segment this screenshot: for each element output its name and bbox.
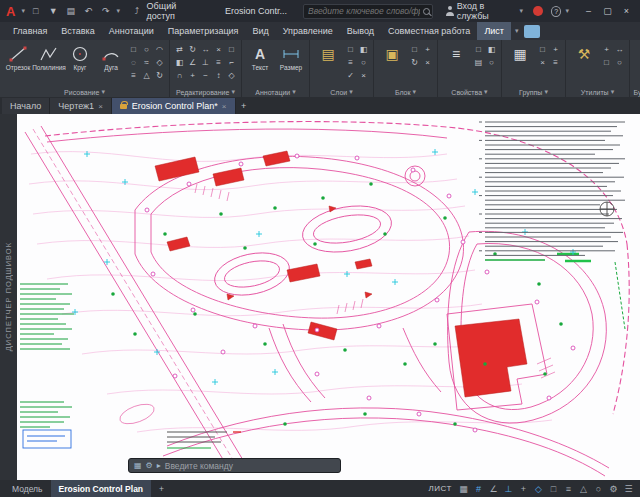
undo-icon[interactable]: ↶ <box>82 3 96 19</box>
quick-calc-icon[interactable]: ↔ <box>613 43 626 56</box>
command-line[interactable]: ▦ ⚙ ▸ Введите команду <box>128 458 341 473</box>
ribbon-tab-view[interactable]: Вид <box>245 22 275 40</box>
polyline-button[interactable]: Полилиния <box>34 41 64 87</box>
lineweight-display-icon[interactable]: ≡ <box>561 481 576 496</box>
new-layout-button[interactable]: + <box>151 480 167 497</box>
array-icon[interactable]: ≡ <box>212 56 225 69</box>
group-select-icon[interactable]: × <box>536 56 549 69</box>
panel-title-layers[interactable]: Слои ▾ <box>313 87 370 97</box>
layer-prev-icon[interactable]: × <box>357 69 370 82</box>
layout-tab-erosion-control-plan[interactable]: Erosion Control Plan <box>51 480 152 497</box>
hatch-icon[interactable]: ≡ <box>127 69 140 82</box>
redo-icon[interactable]: ↷ <box>99 3 113 19</box>
doc-tab-erosion-close-icon[interactable]: × <box>222 102 227 111</box>
lengthen-icon[interactable]: ↕ <box>212 69 225 82</box>
doc-tab-drawing1[interactable]: Чертеж1 × <box>50 98 111 114</box>
insert-block-button[interactable]: ▣ <box>377 41 407 87</box>
panel-title-modify[interactable]: Редактирование ▾ <box>173 87 238 97</box>
panel-title-draw[interactable]: Рисование ▾ <box>3 87 166 97</box>
layer-off-icon[interactable]: □ <box>344 43 357 56</box>
ribbon-tab-layout[interactable]: Лист <box>477 22 511 40</box>
minimize-button[interactable]: – <box>579 1 598 21</box>
dimension-button[interactable]: Размер <box>276 41 306 87</box>
ellipse-icon[interactable]: ○ <box>140 43 153 56</box>
block-attr-icon[interactable]: ↻ <box>408 56 421 69</box>
edit-block-icon[interactable]: + <box>421 43 434 56</box>
panel-title-annotation[interactable]: Аннотации ▾ <box>245 87 306 97</box>
ribbon-tab-collaborate[interactable]: Совместная работа <box>381 22 477 40</box>
customization-menu-icon[interactable]: ☰ <box>621 481 636 496</box>
snap-icon[interactable]: # <box>471 481 486 496</box>
match-properties-button[interactable]: ≡ <box>441 41 471 87</box>
rectangle-icon[interactable]: □ <box>127 43 140 56</box>
trim-icon[interactable]: ⊥ <box>199 56 212 69</box>
layer-match-icon[interactable]: ✓ <box>344 69 357 82</box>
group-manager-icon[interactable]: ≡ <box>549 56 562 69</box>
panel-title-groups[interactable]: Группы ▾ <box>505 87 562 97</box>
scale-icon[interactable]: + <box>186 69 199 82</box>
id-point-icon[interactable]: □ <box>600 56 613 69</box>
quick-select-icon[interactable]: + <box>600 43 613 56</box>
point-icon[interactable]: ◌ <box>127 56 140 69</box>
osnap-icon[interactable]: + <box>516 481 531 496</box>
fillet-icon[interactable]: ∠ <box>186 56 199 69</box>
color-swatch-icon[interactable]: □ <box>472 43 485 56</box>
layer-freeze-icon[interactable]: ◧ <box>357 43 370 56</box>
layer-isolate-icon[interactable]: ○ <box>357 56 370 69</box>
signin-button[interactable]: Вход в службы ▾ <box>445 1 523 21</box>
stretch-icon[interactable]: ↔ <box>199 43 212 56</box>
ribbon-tabs-caret-icon[interactable]: ▾ <box>511 22 523 40</box>
command-input[interactable]: Введите команду <box>165 461 233 471</box>
help-caret-icon[interactable]: ▾ <box>565 7 569 15</box>
create-block-icon[interactable]: □ <box>408 43 421 56</box>
drawing-canvas[interactable]: ▦ ⚙ ▸ Введите команду <box>17 114 640 480</box>
text-button[interactable]: A Текст <box>245 41 275 87</box>
block-sync-icon[interactable]: × <box>421 56 434 69</box>
measure-button[interactable]: ⚒ <box>569 41 599 87</box>
count-icon[interactable]: ○ <box>613 56 626 69</box>
sheet-set-manager-palette[interactable]: ДИСПЕТЧЕР ПОДШИВОК <box>0 114 17 480</box>
ribbon-tab-home[interactable]: Главная <box>6 22 54 40</box>
linetype-icon[interactable]: ◧ <box>485 43 498 56</box>
panel-title-block[interactable]: Блок ▾ <box>377 87 434 97</box>
panel-title-properties[interactable]: Свойства ▾ <box>441 87 498 97</box>
spline-icon[interactable]: ≈ <box>140 56 153 69</box>
doc-tab-erosion-control-plan[interactable]: Erosion Control Plan* × <box>112 98 236 114</box>
copy-icon[interactable]: □ <box>225 43 238 56</box>
tools-icon[interactable]: ⚙ <box>146 461 153 470</box>
ribbon-tab-parametric[interactable]: Параметризация <box>161 22 246 40</box>
model-tab[interactable]: Модель <box>4 480 51 497</box>
region-icon[interactable]: △ <box>140 69 153 82</box>
offset-icon[interactable]: ⌐ <box>225 56 238 69</box>
qat-caret-icon[interactable]: ▾ <box>117 7 121 15</box>
help-search[interactable] <box>303 4 433 19</box>
paste-button[interactable] <box>633 41 640 87</box>
explode-icon[interactable]: − <box>199 69 212 82</box>
group-edit-icon[interactable]: + <box>549 43 562 56</box>
circle-button[interactable]: Круг <box>65 41 95 87</box>
chamfer-icon[interactable]: ◇ <box>225 69 238 82</box>
move-icon[interactable]: ⇄ <box>173 43 186 56</box>
line-button[interactable]: Отрезок <box>3 41 33 87</box>
search-input[interactable] <box>308 6 420 16</box>
polar-tracking-icon[interactable]: ⊥ <box>501 481 516 496</box>
new-drawing-button[interactable]: + <box>236 98 252 114</box>
transparency-icon[interactable]: ○ <box>485 56 498 69</box>
mirror-icon[interactable]: ◧ <box>173 56 186 69</box>
ribbon-tab-manage[interactable]: Управление <box>276 22 340 40</box>
ribbon-tab-insert[interactable]: Вставка <box>54 22 101 40</box>
group-button[interactable]: ▦ <box>505 41 535 87</box>
print-icon[interactable]: ▤ <box>64 3 78 19</box>
polygon-icon[interactable]: ◇ <box>153 56 166 69</box>
isolate-objects-icon[interactable]: ○ <box>591 481 606 496</box>
ribbon-tab-annotate[interactable]: Аннотации <box>102 22 161 40</box>
close-button[interactable]: × <box>617 1 636 21</box>
annotation-scale-icon[interactable]: △ <box>576 481 591 496</box>
customize-icon[interactable]: ▦ <box>134 461 142 470</box>
rotate-icon[interactable]: ↻ <box>186 43 199 56</box>
settings-gear-icon[interactable]: ⚙ <box>606 481 621 496</box>
erase-icon[interactable]: × <box>212 43 225 56</box>
layer-lock-icon[interactable]: ≡ <box>344 56 357 69</box>
new-icon[interactable]: □ <box>29 3 43 19</box>
ribbon-display-toggle-icon[interactable] <box>524 25 540 38</box>
